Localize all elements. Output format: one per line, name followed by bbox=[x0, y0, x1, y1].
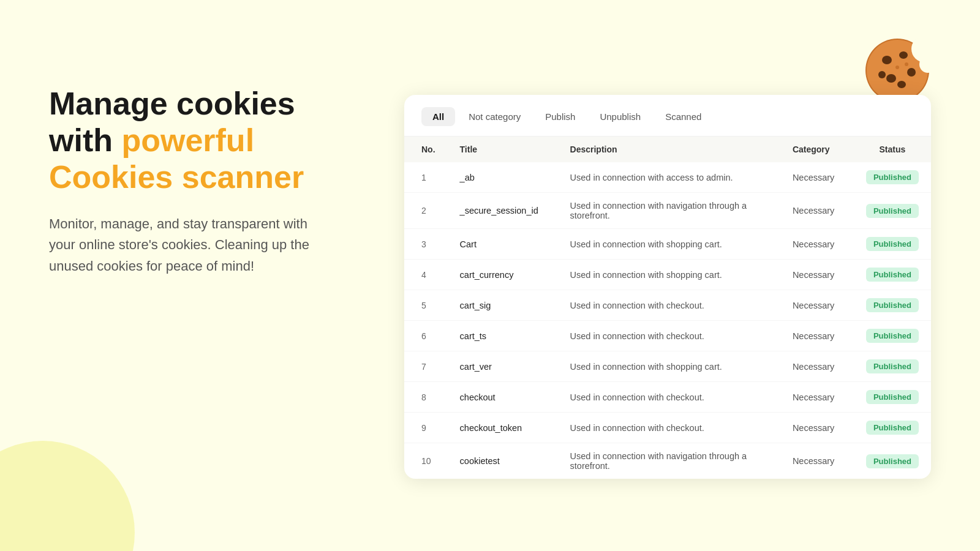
headline-line2-highlight: powerful bbox=[121, 122, 254, 158]
cell-no: 6 bbox=[404, 321, 448, 351]
cell-category: Necessary bbox=[780, 443, 854, 479]
cell-description: Used in connection with access to admin. bbox=[558, 162, 780, 193]
cell-description: Used in connection with checkout. bbox=[558, 413, 780, 443]
table-body: 1 _ab Used in connection with access to … bbox=[404, 162, 931, 479]
cell-title: cart_ts bbox=[448, 321, 558, 351]
col-description: Description bbox=[558, 137, 780, 162]
tab-publish[interactable]: Publish bbox=[534, 107, 586, 126]
filter-tabs: All Not category Publish Unpublish Scann… bbox=[404, 95, 931, 137]
tab-all[interactable]: All bbox=[421, 107, 455, 126]
cell-no: 2 bbox=[404, 193, 448, 229]
status-badge: Published bbox=[866, 329, 919, 343]
subtext: Monitor, manage, and stay transparent wi… bbox=[49, 214, 318, 276]
table-row: 7 cart_ver Used in connection with shopp… bbox=[404, 351, 931, 382]
cell-status: Published bbox=[854, 260, 931, 290]
cell-no: 5 bbox=[404, 290, 448, 321]
status-badge: Published bbox=[866, 298, 919, 312]
table-row: 1 _ab Used in connection with access to … bbox=[404, 162, 931, 193]
table-row: 10 cookietest Used in connection with na… bbox=[404, 443, 931, 479]
cell-status: Published bbox=[854, 229, 931, 260]
cell-status: Published bbox=[854, 162, 931, 193]
cookies-table: No. Title Description Category Status 1 … bbox=[404, 137, 931, 479]
table-row: 4 cart_currency Used in connection with … bbox=[404, 260, 931, 290]
cell-status: Published bbox=[854, 351, 931, 382]
cell-no: 10 bbox=[404, 443, 448, 479]
headline-line2-plain: with bbox=[49, 122, 121, 158]
cell-category: Necessary bbox=[780, 413, 854, 443]
cell-status: Published bbox=[854, 443, 931, 479]
status-badge: Published bbox=[866, 237, 919, 251]
table-row: 9 checkout_token Used in connection with… bbox=[404, 413, 931, 443]
cell-no: 8 bbox=[404, 382, 448, 413]
col-category: Category bbox=[780, 137, 854, 162]
cell-no: 4 bbox=[404, 260, 448, 290]
cell-no: 1 bbox=[404, 162, 448, 193]
cell-title: cart_sig bbox=[448, 290, 558, 321]
headline: Manage cookies with powerful Cookies sca… bbox=[49, 86, 343, 195]
cell-status: Published bbox=[854, 413, 931, 443]
table-row: 8 checkout Used in connection with check… bbox=[404, 382, 931, 413]
table-card: All Not category Publish Unpublish Scann… bbox=[404, 95, 931, 479]
col-no: No. bbox=[404, 137, 448, 162]
status-badge: Published bbox=[866, 170, 919, 184]
cell-status: Published bbox=[854, 382, 931, 413]
cell-category: Necessary bbox=[780, 260, 854, 290]
tab-not-category[interactable]: Not category bbox=[458, 107, 532, 126]
cell-title: cart_currency bbox=[448, 260, 558, 290]
cell-title: checkout_token bbox=[448, 413, 558, 443]
left-panel: Manage cookies with powerful Cookies sca… bbox=[49, 86, 343, 277]
cell-title: _ab bbox=[448, 162, 558, 193]
status-badge: Published bbox=[866, 204, 919, 218]
cell-title: cookietest bbox=[448, 443, 558, 479]
decorative-circle bbox=[0, 441, 135, 551]
cell-status: Published bbox=[854, 193, 931, 229]
cell-title: _secure_session_id bbox=[448, 193, 558, 229]
cell-description: Used in connection with shopping cart. bbox=[558, 260, 780, 290]
col-status: Status bbox=[854, 137, 931, 162]
svg-point-10 bbox=[895, 66, 899, 69]
svg-point-6 bbox=[878, 71, 886, 78]
table-row: 2 _secure_session_id Used in connection … bbox=[404, 193, 931, 229]
table-row: 3 Cart Used in connection with shopping … bbox=[404, 229, 931, 260]
cell-category: Necessary bbox=[780, 162, 854, 193]
cell-description: Used in connection with shopping cart. bbox=[558, 351, 780, 382]
table-row: 5 cart_sig Used in connection with check… bbox=[404, 290, 931, 321]
svg-point-2 bbox=[882, 56, 892, 64]
cell-description: Used in connection with shopping cart. bbox=[558, 229, 780, 260]
cell-category: Necessary bbox=[780, 229, 854, 260]
cell-description: Used in connection with navigation throu… bbox=[558, 193, 780, 229]
svg-point-3 bbox=[899, 51, 908, 59]
cell-title: checkout bbox=[448, 382, 558, 413]
table-row: 6 cart_ts Used in connection with checko… bbox=[404, 321, 931, 351]
status-badge: Published bbox=[866, 421, 919, 435]
svg-point-11 bbox=[905, 62, 908, 66]
tab-unpublish[interactable]: Unpublish bbox=[589, 107, 652, 126]
status-badge: Published bbox=[866, 268, 919, 282]
tab-scanned[interactable]: Scanned bbox=[654, 107, 712, 126]
status-badge: Published bbox=[866, 390, 919, 404]
headline-line3: Cookies scanner bbox=[49, 159, 304, 195]
svg-point-7 bbox=[897, 81, 906, 88]
cell-status: Published bbox=[854, 290, 931, 321]
cell-category: Necessary bbox=[780, 351, 854, 382]
cell-no: 3 bbox=[404, 229, 448, 260]
cell-status: Published bbox=[854, 321, 931, 351]
cell-category: Necessary bbox=[780, 193, 854, 229]
table-header-row: No. Title Description Category Status bbox=[404, 137, 931, 162]
cell-no: 7 bbox=[404, 351, 448, 382]
cell-category: Necessary bbox=[780, 321, 854, 351]
cell-description: Used in connection with checkout. bbox=[558, 321, 780, 351]
svg-point-5 bbox=[886, 74, 896, 83]
cell-no: 9 bbox=[404, 413, 448, 443]
svg-point-4 bbox=[907, 68, 916, 77]
cell-category: Necessary bbox=[780, 290, 854, 321]
col-title: Title bbox=[448, 137, 558, 162]
status-badge: Published bbox=[866, 454, 919, 468]
cell-category: Necessary bbox=[780, 382, 854, 413]
cell-title: cart_ver bbox=[448, 351, 558, 382]
cell-title: Cart bbox=[448, 229, 558, 260]
cell-description: Used in connection with checkout. bbox=[558, 290, 780, 321]
cell-description: Used in connection with checkout. bbox=[558, 382, 780, 413]
cell-description: Used in connection with navigation throu… bbox=[558, 443, 780, 479]
cookie-icon bbox=[864, 37, 931, 104]
